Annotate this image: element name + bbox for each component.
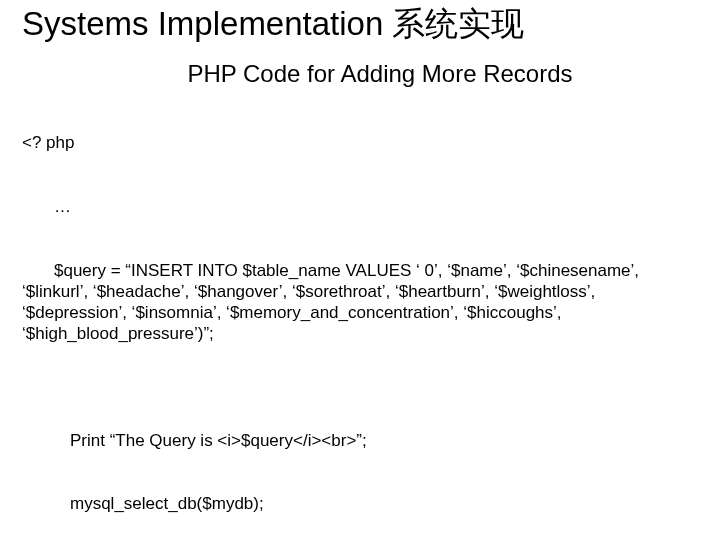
code-line: Print “The Query is <i>$query</i><br>”; [70, 430, 698, 451]
slide-subtitle: PHP Code for Adding More Records [62, 60, 698, 88]
code-line: <? php [22, 132, 698, 153]
code-line: $query = “INSERT INTO $table_name VALUES… [22, 260, 698, 345]
slide-title: Systems Implementation 系统实现 [22, 4, 698, 44]
code-line: mysql_select_db($mydb); [70, 493, 698, 514]
code-line: … [54, 196, 698, 217]
code-block: <? php … $query = “INSERT INTO $table_na… [22, 90, 698, 540]
